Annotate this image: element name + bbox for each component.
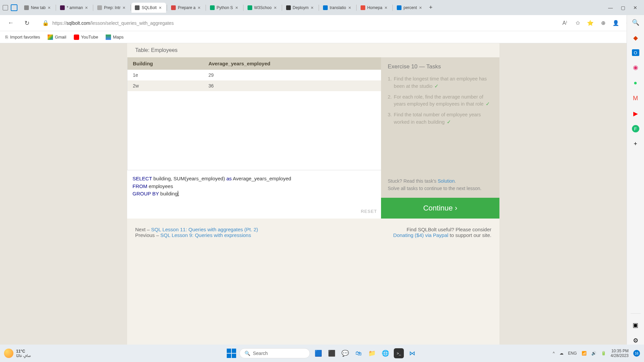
clock[interactable]: 10:35 PM 4/28/2023 bbox=[611, 349, 629, 358]
collections-icon[interactable]: ⊕ bbox=[600, 20, 606, 26]
tab-close-icon[interactable]: ✕ bbox=[122, 6, 126, 10]
next-lesson-link[interactable]: SQL Lesson 11: Queries with aggregates (… bbox=[151, 227, 258, 232]
column-header: Building bbox=[127, 57, 203, 70]
table-cell: 29 bbox=[203, 70, 381, 80]
tab-close-icon[interactable]: ✕ bbox=[419, 6, 423, 10]
add-sidebar-icon[interactable]: + bbox=[632, 140, 640, 148]
vertical-tabs-icon[interactable] bbox=[11, 4, 17, 11]
language-indicator[interactable]: ENG bbox=[568, 351, 577, 356]
refresh-button[interactable]: ↻ bbox=[21, 18, 32, 28]
tray-chevron-icon[interactable]: ^ bbox=[553, 351, 555, 356]
solve-all-text: Solve all tasks to continue to the next … bbox=[388, 186, 493, 191]
address-bar[interactable]: 🔒 https://sqlbolt.com/lesson/select_quer… bbox=[38, 18, 556, 28]
tab-close-icon[interactable]: ✕ bbox=[48, 6, 52, 10]
solution-link[interactable]: Solution bbox=[438, 178, 455, 184]
tab-actions-icon[interactable] bbox=[3, 5, 8, 10]
gmail-bookmark[interactable]: Gmail bbox=[48, 35, 66, 40]
profile-icon[interactable]: 👤 bbox=[612, 20, 619, 26]
taskbar: 11°C صافٍ غالبًا 🔍 Search 🟦 ⬛ 💬 🛍 📁 🌐 >_… bbox=[0, 345, 644, 362]
browser-tab[interactable]: SQLBolt✕ bbox=[131, 3, 166, 13]
browser-tab[interactable]: Python S✕ bbox=[207, 3, 243, 13]
browser-tab[interactable]: percent✕ bbox=[393, 3, 426, 13]
results-scroll[interactable]: Building Average_years_employed 1e292w36 bbox=[127, 57, 381, 170]
table-title: Table: Employees bbox=[127, 43, 499, 57]
search-icon: 🔍 bbox=[245, 351, 250, 356]
task-view-icon[interactable]: ⬛ bbox=[327, 348, 337, 358]
tab-close-icon[interactable]: ✕ bbox=[384, 6, 388, 10]
read-aloud-icon[interactable]: A⁾ bbox=[561, 20, 568, 26]
task-item[interactable]: 2.For each role, find the average number… bbox=[388, 94, 493, 108]
prev-lesson-link[interactable]: SQL Lesson 9: Queries with expressions bbox=[160, 232, 251, 238]
gear-icon bbox=[97, 5, 102, 10]
tab-close-icon[interactable]: ✕ bbox=[198, 6, 202, 10]
battery-icon[interactable]: 🔋 bbox=[601, 351, 606, 356]
tab-label: Prepare a bbox=[178, 5, 196, 10]
close-window-button[interactable]: ✕ bbox=[633, 5, 637, 10]
import-favorites-button[interactable]: ⎘ Import favorites bbox=[5, 35, 40, 40]
browser-tab[interactable]: Prep: Intr✕ bbox=[94, 3, 130, 13]
maps-icon bbox=[106, 35, 111, 40]
continue-button[interactable]: Continue › bbox=[381, 198, 499, 219]
youtube-sidebar-icon[interactable]: ▶ bbox=[632, 110, 640, 118]
chat-icon[interactable]: 💬 bbox=[340, 348, 350, 358]
tab-close-icon[interactable]: ✕ bbox=[159, 6, 163, 10]
prev-lesson-row: Previous – SQL Lesson 9: Queries with ex… bbox=[135, 232, 258, 238]
notification-badge[interactable]: 16 bbox=[633, 350, 640, 357]
vscode-icon[interactable]: ⋈ bbox=[407, 348, 417, 358]
whatsapp-icon[interactable]: ● bbox=[632, 79, 640, 87]
onedrive-icon[interactable]: ☁ bbox=[559, 351, 564, 356]
browser-tab[interactable]: Prepare a✕ bbox=[168, 3, 205, 13]
browser-tab[interactable]: New tab✕ bbox=[21, 3, 55, 13]
site-info-icon[interactable]: 🔒 bbox=[42, 20, 49, 26]
minimize-button[interactable]: — bbox=[608, 5, 613, 10]
volume-icon[interactable]: 🔊 bbox=[591, 351, 596, 356]
office-icon[interactable]: ◆ bbox=[632, 34, 640, 42]
back-button[interactable]: ← bbox=[5, 18, 16, 28]
task-item[interactable]: 3.Find the total number of employee year… bbox=[388, 111, 493, 126]
store-icon[interactable]: 🛍 bbox=[354, 348, 364, 358]
browser-tab[interactable]: Homepa✕ bbox=[357, 3, 392, 13]
outlook-icon[interactable]: O bbox=[632, 49, 639, 56]
edge-icon[interactable]: 🌐 bbox=[380, 348, 390, 358]
favorites-icon[interactable]: ⭐ bbox=[587, 20, 594, 26]
explorer-icon[interactable]: 📁 bbox=[367, 348, 377, 358]
gmail-sidebar-icon[interactable]: M bbox=[632, 94, 640, 102]
youtube-bookmark[interactable]: YouTube bbox=[74, 35, 98, 40]
tab-close-icon[interactable]: ✕ bbox=[235, 6, 239, 10]
db-icon bbox=[135, 5, 140, 10]
favorite-star-icon[interactable]: ✩ bbox=[574, 20, 581, 26]
new-tab-button[interactable]: + bbox=[426, 3, 435, 12]
table-cell: 1e bbox=[127, 70, 203, 80]
page-scroll[interactable]: Table: Employees Building Average_years_… bbox=[0, 43, 627, 345]
browser-tab[interactable]: translatio✕ bbox=[320, 3, 356, 13]
start-button[interactable] bbox=[227, 349, 236, 358]
tab-label: Deploym bbox=[293, 5, 309, 10]
task-item[interactable]: 1.Find the longest time that an employee… bbox=[388, 75, 493, 90]
maps-bookmark[interactable]: Maps bbox=[106, 35, 124, 40]
maximize-button[interactable]: ▢ bbox=[621, 5, 625, 10]
browser-tab[interactable]: * amman✕ bbox=[57, 3, 92, 13]
fiverr-icon[interactable]: F bbox=[632, 125, 639, 132]
sidebar-settings-icon[interactable]: ⚙ bbox=[632, 337, 640, 345]
slack-icon bbox=[60, 5, 65, 10]
search-icon[interactable]: 🔍 bbox=[632, 18, 640, 26]
instagram-icon[interactable]: ◉ bbox=[632, 63, 640, 71]
tab-close-icon[interactable]: ✕ bbox=[274, 6, 278, 10]
reset-button[interactable]: RESET bbox=[361, 208, 377, 215]
donate-link[interactable]: Donating ($4) via Paypal bbox=[393, 232, 448, 238]
browser-tab[interactable]: W3Schoo✕ bbox=[244, 3, 281, 13]
wifi-icon[interactable]: 📶 bbox=[582, 351, 587, 356]
tab-close-icon[interactable]: ✕ bbox=[311, 6, 315, 10]
taskbar-search[interactable]: 🔍 Search bbox=[239, 348, 310, 358]
terminal-icon[interactable]: >_ bbox=[394, 348, 404, 358]
collapse-sidebar-icon[interactable]: ▣ bbox=[632, 321, 640, 329]
tab-label: SQLBolt bbox=[142, 5, 157, 10]
results-table: Building Average_years_employed 1e292w36 bbox=[127, 57, 381, 91]
tab-close-icon[interactable]: ✕ bbox=[85, 6, 89, 10]
sql-editor[interactable]: SELECT building, SUM(years_employed) as … bbox=[127, 170, 381, 219]
tab-close-icon[interactable]: ✕ bbox=[348, 6, 352, 10]
weather-widget[interactable]: 11°C صافٍ غالبًا bbox=[4, 349, 31, 358]
tab-label: Prep: Intr bbox=[104, 5, 120, 10]
widgets-icon[interactable]: 🟦 bbox=[313, 348, 323, 358]
browser-tab[interactable]: Deploym✕ bbox=[283, 3, 318, 13]
